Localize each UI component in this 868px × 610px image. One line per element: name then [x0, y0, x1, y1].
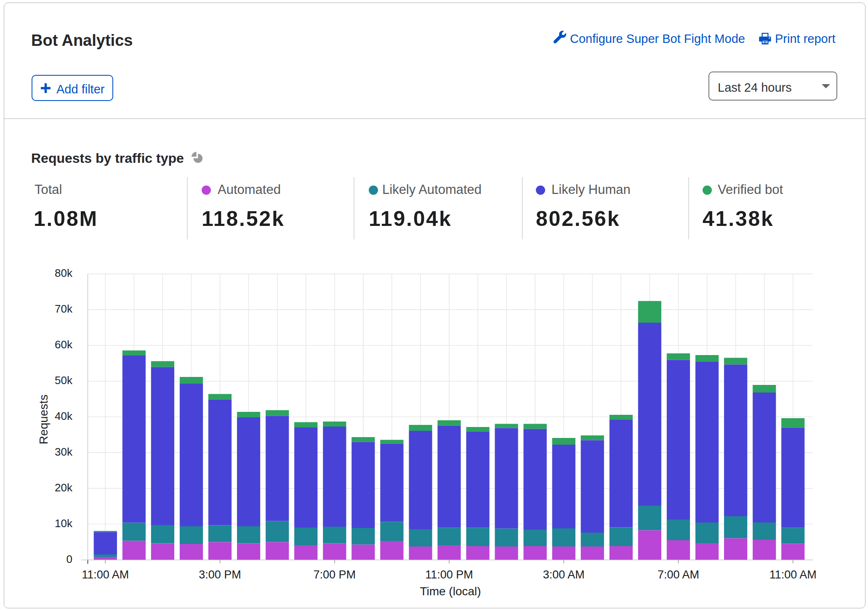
- svg-text:60k: 60k: [55, 338, 73, 351]
- svg-text:50k: 50k: [55, 374, 73, 387]
- svg-text:20k: 20k: [55, 481, 73, 494]
- svg-text:11:00 PM: 11:00 PM: [425, 568, 473, 581]
- svg-text:0: 0: [67, 553, 72, 565]
- svg-text:7:00 PM: 7:00 PM: [314, 568, 356, 581]
- svg-text:7:00 AM: 7:00 AM: [658, 568, 699, 581]
- svg-text:30k: 30k: [55, 446, 73, 458]
- svg-text:10k: 10k: [55, 517, 73, 530]
- svg-text:11:00 AM: 11:00 AM: [82, 568, 129, 581]
- svg-text:Requests: Requests: [37, 395, 50, 444]
- svg-text:70k: 70k: [55, 302, 73, 315]
- svg-text:40k: 40k: [55, 410, 73, 422]
- svg-text:Time (local): Time (local): [420, 585, 481, 598]
- svg-text:3:00 PM: 3:00 PM: [199, 568, 241, 581]
- svg-text:3:00 AM: 3:00 AM: [543, 568, 585, 581]
- svg-text:80k: 80k: [55, 267, 73, 279]
- svg-text:11:00 AM: 11:00 AM: [769, 568, 817, 581]
